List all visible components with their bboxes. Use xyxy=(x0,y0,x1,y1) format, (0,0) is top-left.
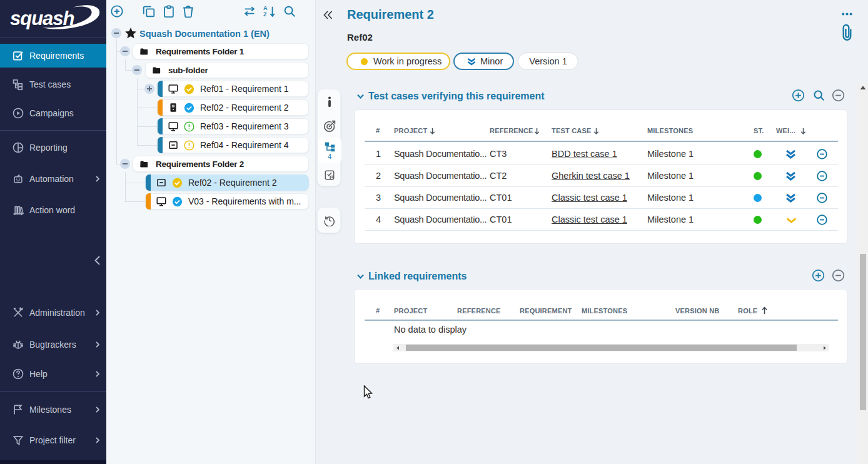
svg-text:Z: Z xyxy=(263,11,267,18)
svg-text:A: A xyxy=(263,5,268,11)
svg-text:squash: squash xyxy=(10,8,74,29)
